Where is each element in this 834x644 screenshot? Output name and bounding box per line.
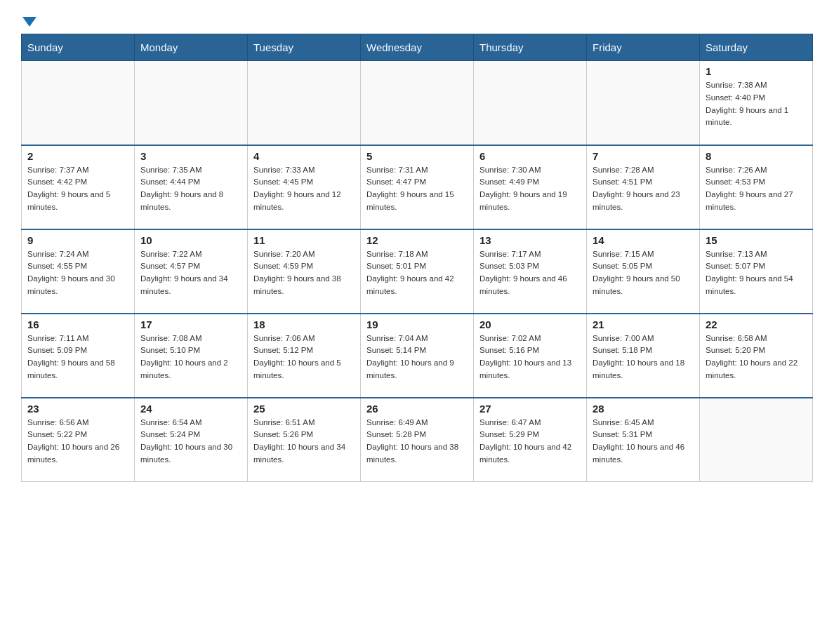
day-info: Sunrise: 7:35 AM Sunset: 4:44 PM Dayligh… bbox=[140, 164, 241, 214]
day-info: Sunrise: 7:02 AM Sunset: 5:16 PM Dayligh… bbox=[479, 333, 581, 382]
calendar-cell: 7Sunrise: 7:28 AM Sunset: 4:51 PM Daylig… bbox=[587, 145, 700, 229]
calendar-header-row: SundayMondayTuesdayWednesdayThursdayFrid… bbox=[22, 34, 813, 61]
day-info: Sunrise: 7:37 AM Sunset: 4:42 PM Dayligh… bbox=[27, 164, 128, 214]
day-info: Sunrise: 6:58 AM Sunset: 5:20 PM Dayligh… bbox=[706, 333, 807, 382]
calendar-cell: 12Sunrise: 7:18 AM Sunset: 5:01 PM Dayli… bbox=[361, 229, 474, 314]
day-number: 1 bbox=[706, 65, 807, 77]
calendar-week-row-5: 23Sunrise: 6:56 AM Sunset: 5:22 PM Dayli… bbox=[22, 398, 813, 482]
day-info: Sunrise: 6:56 AM Sunset: 5:22 PM Dayligh… bbox=[27, 417, 128, 467]
day-info: Sunrise: 7:17 AM Sunset: 5:03 PM Dayligh… bbox=[479, 248, 581, 298]
day-info: Sunrise: 6:45 AM Sunset: 5:31 PM Dayligh… bbox=[593, 417, 694, 467]
day-info: Sunrise: 7:20 AM Sunset: 4:59 PM Dayligh… bbox=[253, 248, 355, 298]
day-number: 2 bbox=[27, 150, 128, 162]
day-number: 9 bbox=[27, 234, 128, 246]
calendar-cell: 18Sunrise: 7:06 AM Sunset: 5:12 PM Dayli… bbox=[248, 314, 361, 398]
calendar-cell: 10Sunrise: 7:22 AM Sunset: 4:57 PM Dayli… bbox=[135, 229, 248, 314]
day-number: 18 bbox=[253, 318, 355, 330]
day-number: 15 bbox=[706, 234, 807, 246]
day-number: 8 bbox=[706, 150, 807, 162]
day-number: 14 bbox=[593, 234, 694, 246]
calendar-week-row-4: 16Sunrise: 7:11 AM Sunset: 5:09 PM Dayli… bbox=[22, 314, 813, 398]
calendar-cell: 23Sunrise: 6:56 AM Sunset: 5:22 PM Dayli… bbox=[22, 398, 135, 482]
calendar-cell: 3Sunrise: 7:35 AM Sunset: 4:44 PM Daylig… bbox=[135, 145, 248, 229]
calendar-cell: 21Sunrise: 7:00 AM Sunset: 5:18 PM Dayli… bbox=[587, 314, 700, 398]
calendar-cell: 17Sunrise: 7:08 AM Sunset: 5:10 PM Dayli… bbox=[135, 314, 248, 398]
calendar-header-tuesday: Tuesday bbox=[248, 34, 361, 61]
day-number: 13 bbox=[479, 234, 581, 246]
calendar-header-thursday: Thursday bbox=[474, 34, 587, 61]
day-info: Sunrise: 7:08 AM Sunset: 5:10 PM Dayligh… bbox=[140, 333, 241, 382]
calendar-week-row-1: 1Sunrise: 7:38 AM Sunset: 4:40 PM Daylig… bbox=[22, 61, 813, 145]
day-info: Sunrise: 7:11 AM Sunset: 5:09 PM Dayligh… bbox=[27, 333, 128, 382]
day-number: 25 bbox=[253, 403, 355, 415]
day-number: 10 bbox=[140, 234, 241, 246]
calendar-week-row-2: 2Sunrise: 7:37 AM Sunset: 4:42 PM Daylig… bbox=[22, 145, 813, 229]
calendar-cell: 8Sunrise: 7:26 AM Sunset: 4:53 PM Daylig… bbox=[700, 145, 813, 229]
page-header bbox=[21, 14, 813, 27]
day-number: 16 bbox=[27, 318, 128, 330]
logo-triangle-icon bbox=[22, 17, 37, 27]
day-number: 20 bbox=[479, 318, 581, 330]
calendar-cell: 11Sunrise: 7:20 AM Sunset: 4:59 PM Dayli… bbox=[248, 229, 361, 314]
calendar-cell: 16Sunrise: 7:11 AM Sunset: 5:09 PM Dayli… bbox=[22, 314, 135, 398]
day-number: 12 bbox=[366, 234, 468, 246]
calendar-cell bbox=[587, 61, 700, 145]
day-info: Sunrise: 7:13 AM Sunset: 5:07 PM Dayligh… bbox=[706, 248, 807, 298]
calendar-cell: 27Sunrise: 6:47 AM Sunset: 5:29 PM Dayli… bbox=[474, 398, 587, 482]
day-info: Sunrise: 7:04 AM Sunset: 5:14 PM Dayligh… bbox=[366, 333, 468, 382]
calendar-cell: 15Sunrise: 7:13 AM Sunset: 5:07 PM Dayli… bbox=[700, 229, 813, 314]
calendar-header-wednesday: Wednesday bbox=[361, 34, 474, 61]
day-info: Sunrise: 7:28 AM Sunset: 4:51 PM Dayligh… bbox=[593, 164, 694, 214]
calendar-cell: 28Sunrise: 6:45 AM Sunset: 5:31 PM Dayli… bbox=[587, 398, 700, 482]
day-number: 17 bbox=[140, 318, 241, 330]
day-number: 19 bbox=[366, 318, 468, 330]
day-number: 23 bbox=[27, 403, 128, 415]
day-info: Sunrise: 7:33 AM Sunset: 4:45 PM Dayligh… bbox=[253, 164, 355, 214]
calendar-cell: 22Sunrise: 6:58 AM Sunset: 5:20 PM Dayli… bbox=[700, 314, 813, 398]
calendar-cell: 25Sunrise: 6:51 AM Sunset: 5:26 PM Dayli… bbox=[248, 398, 361, 482]
day-info: Sunrise: 7:18 AM Sunset: 5:01 PM Dayligh… bbox=[366, 248, 468, 298]
day-info: Sunrise: 7:06 AM Sunset: 5:12 PM Dayligh… bbox=[253, 333, 355, 382]
calendar-cell bbox=[474, 61, 587, 145]
day-info: Sunrise: 6:47 AM Sunset: 5:29 PM Dayligh… bbox=[479, 417, 581, 467]
day-info: Sunrise: 7:24 AM Sunset: 4:55 PM Dayligh… bbox=[27, 248, 128, 298]
calendar-cell: 24Sunrise: 6:54 AM Sunset: 5:24 PM Dayli… bbox=[135, 398, 248, 482]
day-info: Sunrise: 7:26 AM Sunset: 4:53 PM Dayligh… bbox=[706, 164, 807, 214]
calendar-cell bbox=[135, 61, 248, 145]
logo bbox=[21, 14, 37, 27]
calendar-cell: 20Sunrise: 7:02 AM Sunset: 5:16 PM Dayli… bbox=[474, 314, 587, 398]
day-number: 24 bbox=[140, 403, 241, 415]
calendar-cell: 6Sunrise: 7:30 AM Sunset: 4:49 PM Daylig… bbox=[474, 145, 587, 229]
calendar-cell bbox=[361, 61, 474, 145]
calendar-cell: 5Sunrise: 7:31 AM Sunset: 4:47 PM Daylig… bbox=[361, 145, 474, 229]
day-number: 21 bbox=[593, 318, 694, 330]
calendar-header-saturday: Saturday bbox=[700, 34, 813, 61]
day-info: Sunrise: 7:31 AM Sunset: 4:47 PM Dayligh… bbox=[366, 164, 468, 214]
calendar-cell bbox=[248, 61, 361, 145]
day-info: Sunrise: 7:00 AM Sunset: 5:18 PM Dayligh… bbox=[593, 333, 694, 382]
day-info: Sunrise: 6:54 AM Sunset: 5:24 PM Dayligh… bbox=[140, 417, 241, 467]
day-info: Sunrise: 7:30 AM Sunset: 4:49 PM Dayligh… bbox=[479, 164, 581, 214]
day-number: 26 bbox=[366, 403, 468, 415]
day-info: Sunrise: 7:38 AM Sunset: 4:40 PM Dayligh… bbox=[706, 79, 807, 129]
calendar-cell: 9Sunrise: 7:24 AM Sunset: 4:55 PM Daylig… bbox=[22, 229, 135, 314]
calendar-week-row-3: 9Sunrise: 7:24 AM Sunset: 4:55 PM Daylig… bbox=[22, 229, 813, 314]
day-number: 27 bbox=[479, 403, 581, 415]
day-number: 6 bbox=[479, 150, 581, 162]
calendar-header-monday: Monday bbox=[135, 34, 248, 61]
calendar-header-sunday: Sunday bbox=[22, 34, 135, 61]
day-number: 4 bbox=[253, 150, 355, 162]
day-info: Sunrise: 6:51 AM Sunset: 5:26 PM Dayligh… bbox=[253, 417, 355, 467]
day-number: 22 bbox=[706, 318, 807, 330]
calendar-cell: 4Sunrise: 7:33 AM Sunset: 4:45 PM Daylig… bbox=[248, 145, 361, 229]
calendar-cell: 26Sunrise: 6:49 AM Sunset: 5:28 PM Dayli… bbox=[361, 398, 474, 482]
day-info: Sunrise: 7:15 AM Sunset: 5:05 PM Dayligh… bbox=[593, 248, 694, 298]
day-number: 7 bbox=[593, 150, 694, 162]
day-number: 5 bbox=[366, 150, 468, 162]
day-number: 28 bbox=[593, 403, 694, 415]
calendar-cell bbox=[22, 61, 135, 145]
day-info: Sunrise: 7:22 AM Sunset: 4:57 PM Dayligh… bbox=[140, 248, 241, 298]
calendar-header-friday: Friday bbox=[587, 34, 700, 61]
calendar-cell bbox=[700, 398, 813, 482]
calendar-cell: 2Sunrise: 7:37 AM Sunset: 4:42 PM Daylig… bbox=[22, 145, 135, 229]
